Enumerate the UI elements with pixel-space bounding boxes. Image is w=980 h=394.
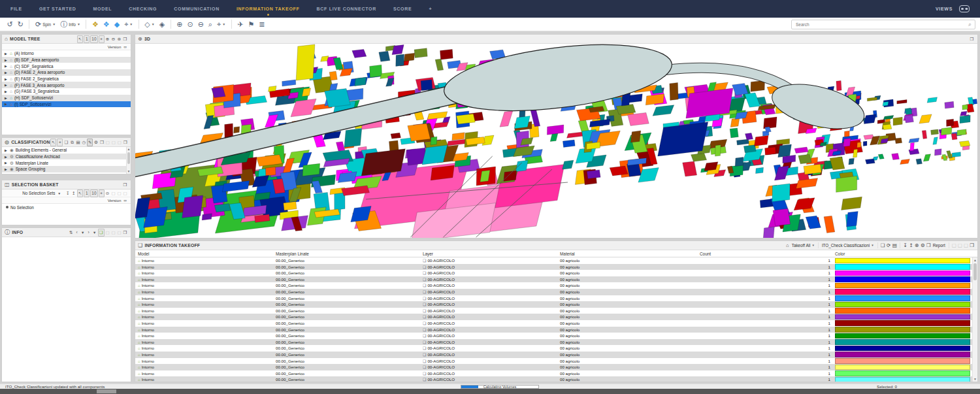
tag-icon[interactable]: ⌖ <box>57 139 63 146</box>
ghost-others-icon[interactable]: ❖ <box>101 18 112 30</box>
menu-item-model[interactable]: MODEL <box>93 7 112 11</box>
history-icon[interactable]: ◷ <box>81 139 87 146</box>
settings-icon[interactable]: ⚙ <box>93 139 99 146</box>
show-ten-icon[interactable]: 10 <box>90 35 97 43</box>
export-set-icon[interactable]: ↧ <box>65 190 71 197</box>
classification-item[interactable]: ▶⚙Classificazione Archicad <box>2 154 131 160</box>
takeoff-row[interactable]: ⌂Intorno00.00_Generico❏00-AGRICOLO00 agr… <box>135 364 977 370</box>
menu-item-information-takeoff[interactable]: INFORMATION TAKEOFF <box>237 7 300 11</box>
report-icon[interactable]: ❒ <box>99 139 105 146</box>
settings-icon[interactable]: ⊙ <box>105 190 110 197</box>
hyperlink-doc-icon[interactable]: ❏ <box>98 229 105 237</box>
takeoff-row[interactable]: ⌂Intorno00.00_Generico❏00-AGRICOLO00 agr… <box>135 282 977 289</box>
scroll-up-icon[interactable]: ▲ <box>973 258 977 262</box>
takeoff-row[interactable]: ⌂Intorno00.00_Generico❏00-AGRICOLO00 agr… <box>135 289 977 295</box>
classification-item[interactable]: ▶⚙Masterplan Linate <box>2 159 131 166</box>
show-ten-icon[interactable]: 10 <box>90 189 97 197</box>
zoom-fit-icon[interactable]: ⊙ <box>185 18 195 30</box>
pin-icon[interactable]: ⇅ <box>68 229 74 236</box>
chevron-down-icon[interactable]: ▼ <box>56 190 62 197</box>
model-tree-item[interactable]: ▶⌂(E) FASE 2_Segnaletica <box>2 76 131 82</box>
section-plane-icon[interactable]: ◈ <box>157 18 167 30</box>
fly-mode-icon[interactable]: ✈ <box>235 18 246 30</box>
takeoff-row[interactable]: ⌂Intorno00.00_Generico❏00-AGRICOLO00 agr… <box>135 314 977 320</box>
model-tree-item[interactable]: ▶⌂(F) FASE 3_Area aeroporto <box>2 82 131 88</box>
viewport-3d-model[interactable] <box>135 44 977 238</box>
expand-arrow-icon[interactable]: ▶ <box>5 90 8 93</box>
expand-arrow-icon[interactable]: ▶ <box>5 148 8 152</box>
select-icon[interactable]: ↖ <box>77 189 83 197</box>
spin-icon[interactable]: ⟳Spin▼ <box>33 18 57 30</box>
takeoff-row[interactable]: ⌂Intorno00.00_Generico❏00-AGRICOLO00 agr… <box>135 370 977 377</box>
map-view-icon[interactable]: ⚑ <box>246 18 257 30</box>
edit-icon[interactable]: ✎ <box>87 139 93 146</box>
prev-caret-icon[interactable]: ▾ <box>80 229 86 236</box>
maximize-icon[interactable]: ❐ <box>969 36 975 42</box>
column-model[interactable]: Model <box>138 250 149 257</box>
report-label[interactable]: Report <box>932 243 947 248</box>
menu-item--[interactable]: + <box>429 7 432 11</box>
expand-arrow-icon[interactable]: ▶ <box>5 96 8 100</box>
layers-icon[interactable]: ≣ <box>257 18 267 30</box>
import-icon[interactable]: ↧ <box>902 242 908 250</box>
show-all-icon[interactable]: ❖ <box>90 18 101 30</box>
scroll-down-icon[interactable]: ▼ <box>973 377 977 381</box>
menu-item-communication[interactable]: COMMUNICATION <box>174 7 220 11</box>
maximize-icon[interactable]: ❐ <box>122 36 128 42</box>
takeoff-profile-dropdown[interactable]: ITO_Check Classificazioni▼ <box>821 243 875 248</box>
expand-arrow-icon[interactable]: ▶ <box>5 83 8 87</box>
classification-item[interactable]: ▶◉Building Elements - General <box>2 147 131 154</box>
takeoff-all-home-icon[interactable]: ⌂ <box>785 242 791 250</box>
column-layer[interactable]: Layer <box>423 250 433 257</box>
link-icon[interactable]: ∞ <box>123 198 127 203</box>
takeoff-row[interactable]: ⌂Intorno00.00_Generico❏00-AGRICOLO00 agr… <box>135 345 977 352</box>
redo-icon[interactable]: ↻ <box>15 18 25 30</box>
undo-icon[interactable]: ↺ <box>5 18 15 30</box>
scroll-up-icon[interactable]: ▲ <box>127 147 131 152</box>
view-cube-icon[interactable]: ◇▼ <box>142 18 157 30</box>
expand-arrow-icon[interactable]: ▶ <box>5 58 8 62</box>
takeoff-row[interactable]: ⌂Intorno00.00_Generico❏00-AGRICOLO00 agr… <box>135 295 977 302</box>
column-count[interactable]: Count <box>700 250 711 257</box>
new-classification-icon[interactable]: ❏ <box>63 139 69 146</box>
model-tree-item[interactable]: ▶⌂(A) Intorno <box>2 50 131 57</box>
takeoff-row[interactable]: ⌂Intorno00.00_Generico❏00-AGRICOLO00 agr… <box>135 257 977 264</box>
takeoff-row[interactable]: ⌂Intorno00.00_Generico❏00-AGRICOLO00 agr… <box>135 270 977 276</box>
takeoff-row[interactable]: ⌂Intorno00.00_Generico❏00-AGRICOLO00 agr… <box>135 333 977 339</box>
info-mode-icon[interactable]: ⓘInfo▼ <box>58 18 83 30</box>
views-menu[interactable]: VIEWS <box>936 7 953 11</box>
prev-icon[interactable]: ‹ <box>74 229 80 236</box>
link-icon[interactable]: ∞ <box>123 44 127 49</box>
views-icon[interactable] <box>959 5 970 12</box>
new-takeoff-icon[interactable]: ❏ <box>880 242 886 250</box>
show-one-icon[interactable]: 1 <box>84 35 90 43</box>
hide-icon[interactable]: ⌖ <box>99 189 105 197</box>
select-in-tree-icon[interactable]: ↖ <box>77 35 83 43</box>
model-tree-item-selected[interactable]: ▶⌂(I) SDP_Sottoservizi <box>2 101 131 108</box>
takeoff-row[interactable]: ⌂Intorno00.00_Generico❏00-AGRICOLO00 agr… <box>135 358 977 365</box>
takeoff-row[interactable]: ⌂Intorno00.00_Generico❏00-AGRICOLO00 agr… <box>135 327 977 333</box>
maximize-icon[interactable]: ❐ <box>969 242 975 250</box>
model-tree-item[interactable]: ▶⌂(B) SDF_Area aeroporto <box>2 57 131 63</box>
select-icon[interactable]: ↖ <box>50 139 56 146</box>
zoom-window-icon[interactable]: ⌕ <box>206 18 214 30</box>
column-masterplan[interactable]: Masterplan Linate <box>276 250 309 257</box>
expand-arrow-icon[interactable]: ▶ <box>5 102 8 106</box>
menu-item-bcf-live-connector[interactable]: BCF LIVE CONNECTOR <box>317 7 376 11</box>
takeoff-scrollbar[interactable]: ▲ ▼ <box>972 257 977 382</box>
maximize-icon[interactable]: ❐ <box>122 139 128 146</box>
scroll-down-icon[interactable]: ▼ <box>127 169 131 174</box>
menu-item-checking[interactable]: CHECKING <box>129 7 157 11</box>
selection-sets-dropdown[interactable]: No Selection Sets <box>22 191 55 195</box>
import-set-icon[interactable]: ↥ <box>71 190 76 197</box>
zoom-tool-icon[interactable]: ⌖▼ <box>215 18 228 30</box>
search-icon[interactable]: ⌕ <box>968 21 975 28</box>
menu-item-file[interactable]: FILE <box>10 7 22 11</box>
export-icon[interactable]: ↥ <box>908 242 914 250</box>
model-tree-item[interactable]: ▶⌂(H) SDF_Sottoservizi <box>2 95 131 101</box>
takeoff-row[interactable]: ⌂Intorno00.00_Generico❏00-AGRICOLO00 agr… <box>135 276 977 283</box>
search-input[interactable] <box>792 22 968 27</box>
column-material[interactable]: Material <box>560 250 575 257</box>
open-icon[interactable]: ▤ <box>75 139 81 146</box>
open-takeoff-icon[interactable]: ▤ <box>892 242 898 250</box>
